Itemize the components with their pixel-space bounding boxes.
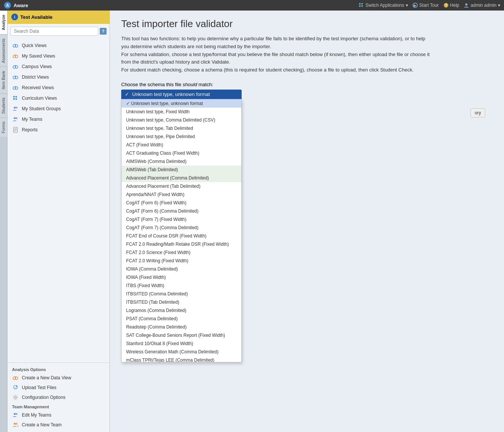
start-tour-button[interactable]: ▶ Start Tour [413,3,439,8]
dropdown-item-ap-tab[interactable]: Advanced Placement (Tab Delimited) [122,182,241,190]
tab-forms[interactable]: Forms [0,117,7,137]
logo-icon: A [4,2,11,9]
svg-point-36 [16,385,17,387]
dropdown-item-itbs-fixed[interactable]: ITBS (Fixed Width) [122,281,241,290]
svg-rect-22 [15,96,17,97]
dropdown-item-iowa-fixed[interactable]: IOWA (Fixed Width) [122,273,241,281]
svg-point-37 [15,397,17,399]
dropdown-item-aprenda[interactable]: Aprenda/NNAT (Fixed Width) [122,190,241,199]
dropdown-item-unknown-tab[interactable]: Unknown test type, Tab Delimited [122,124,241,132]
tab-assessments[interactable]: Assessments [0,34,7,67]
sidebar-label-reports: Reports [22,127,38,132]
topbar: A Aware Switch Applications ▾ ▶ Start To… [0,0,504,11]
dropdown-item-fcat-retake[interactable]: FCAT 2.0 Reading/Math Retake DSR (Fixed … [122,240,241,248]
sidebar-item-create-new-team[interactable]: + Create a New Team [8,420,110,430]
desc-line2: For schema validation, choose a test typ… [121,52,429,65]
dropdown-item-fcat-science[interactable]: FCAT 2.0 Science (Fixed Width) [122,248,241,257]
sidebar-label-received-views: Received Views [22,85,54,90]
svg-rect-4 [359,5,361,7]
dropdown-item-cogat7-csv[interactable]: CogAT (Form 7) (Comma Delimited) [122,224,241,232]
create-team-icon: + [12,421,19,428]
switch-applications-button[interactable]: Switch Applications ▾ [359,3,408,8]
search-input[interactable] [11,27,98,36]
dropdown-item-ap-csv[interactable]: Advanced Placement (Comma Delimited) [122,174,241,182]
reports-icon [12,126,19,133]
tab-analyze[interactable]: Analyze [0,11,7,34]
curriculum-views-icon [12,95,19,102]
header-info-icon: i [11,14,18,20]
dropdown-item-unknown-csv[interactable]: Unknown test type, Comma Delimited (CSV) [122,116,241,124]
dropdown-item-fcat-eoc[interactable]: FCAT End of Course DSR (Fixed Width) [122,232,241,240]
dropdown-item-act-grad[interactable]: ACT Graduating Class (Fixed Width) [122,149,241,157]
svg-rect-24 [15,98,17,100]
sidebar-item-create-data-view[interactable]: Create a New Data View [8,373,110,383]
dropdown-item-unknown-unknown[interactable]: ✓ Unknown test type, unknown format [122,99,241,108]
create-new-team-label: Create a New Team [22,422,62,427]
dropdown-item-fcat-writing[interactable]: FCAT 2.0 Writing (Fixed Width) [122,257,241,265]
sidebar-item-quick-views[interactable]: Quick Views [8,40,110,51]
tab-item-bank[interactable]: Item Bank [0,67,7,93]
dropdown-item-iowa-csv[interactable]: IOWA (Comma Delimited) [122,265,241,273]
sidebar-item-configuration-options[interactable]: Configuration Options [8,392,110,402]
dropdown-item-cogat7-fixed[interactable]: CogAT (Form 7) (Fixed Width) [122,215,241,224]
checkmark-icon: ✓ [125,91,129,97]
svg-point-38 [14,413,16,415]
schema-dropdown-list[interactable]: ✓ Unknown test type, unknown format Unkn… [121,99,242,362]
dropdown-item-psat-csv[interactable]: PSAT (Comma Delimited) [122,315,241,323]
upload-icon [12,384,19,391]
received-views-icon [12,84,19,91]
sidebar-item-reports[interactable]: Reports [8,125,110,135]
schema-label-row: Choose the schema this file should match… [121,82,493,87]
dropdown-item-aimsweb-csv[interactable]: AIMSWeb (Comma Delimited) [122,157,241,166]
sidebar-item-received-views[interactable]: Received Views [8,82,110,93]
dropdown-item-logramos-csv[interactable]: Logramos (Comma Delimited) [122,306,241,315]
sidebar-item-my-student-groups[interactable]: My Student Groups [8,103,110,114]
tab-students[interactable]: Students [0,93,7,117]
sidebar-header-label: Test Available [20,14,53,20]
help-button[interactable]: ? Help [443,3,460,8]
svg-point-27 [14,117,16,119]
sidebar-label-campus-views: Campus Views [22,64,52,69]
dropdown-item-aimsweb-tab[interactable]: AIMSWeb (Tab Delimited) [122,166,241,174]
svg-text:A: A [6,3,9,8]
sidebar-item-curriculum-views[interactable]: Curriculum Views [8,93,110,103]
help-icon: ? [443,3,449,8]
team-management-label: Team Management [8,402,110,410]
svg-point-39 [16,413,18,415]
district-views-icon [12,74,19,81]
sidebar-item-upload-test-files[interactable]: Upload Test Files [8,383,110,392]
sidebar-item-district-views[interactable]: District Views [8,72,110,82]
sidebar-footer: Analysis Options Create a New Data View … [8,362,110,432]
schema-dropdown-selected[interactable]: ✓ Unknown test type, unknown format [121,90,242,99]
sidebar-nav: Quick Views My Saved Views Campus Views [8,39,110,137]
edit-teams-icon [12,412,19,418]
analysis-options-label: Analysis Options [8,365,110,373]
sidebar-item-my-teams[interactable]: My Teams [8,114,110,125]
svg-rect-2 [359,3,361,5]
dropdown-item-sat-college-bound[interactable]: SAT College-Bound Seniors Report (Fixed … [122,331,241,339]
desc-line1: This tool has two functions: to help you… [121,36,425,49]
main-content: Test importer file validator This tool h… [110,11,504,432]
dropdown-item-act-fixed[interactable]: ACT (Fixed Width) [122,141,241,149]
svg-point-28 [16,117,18,119]
admin-menu[interactable]: admin admin ▾ [464,3,500,8]
upload-history-button[interactable]: ory [471,108,485,117]
dropdown-item-unknown-pipe[interactable]: Unknown test type, Pipe Delimited [122,132,241,141]
schema-dropdown-container: ✓ Unknown test type, unknown format ✓ Un… [121,90,242,99]
dropdown-item-stanford10-fixed[interactable]: Stanford 10/Olsat 8 (Fixed Width) [122,339,241,348]
sidebar-item-campus-views[interactable]: Campus Views [8,61,110,72]
dropdown-item-itbsited-tab[interactable]: ITBS/ITED (Tab Delimited) [122,298,241,306]
dropdown-item-cogat6-csv[interactable]: CogAT (Form 6) (Comma Delimited) [122,207,241,215]
sidebar-item-my-saved-views[interactable]: My Saved Views [8,51,110,61]
dropdown-item-itbsited-csv[interactable]: ITBS/ITED (Comma Delimited) [122,290,241,298]
dropdown-item-mclass-tpri[interactable]: mClass TPRI/Tejas LEE (Comma Delimited) [122,356,241,362]
dropdown-item-readistep-csv[interactable]: Readistep (Comma Delimited) [122,323,241,331]
search-help-button[interactable]: ? [100,28,107,35]
configuration-options-label: Configuration Options [22,395,65,400]
sidebar-item-edit-my-teams[interactable]: Edit My Teams [8,410,110,420]
config-icon [12,394,19,401]
dropdown-item-cogat6-fixed[interactable]: CogAT (Form 6) (Fixed Width) [122,199,241,207]
dropdown-item-wireless-gen-math[interactable]: Wireless Generation Math (Comma Delimite… [122,348,241,356]
admin-icon [464,3,469,8]
dropdown-item-unknown-fixed[interactable]: Unknown test type, Fixed Width [122,108,241,116]
